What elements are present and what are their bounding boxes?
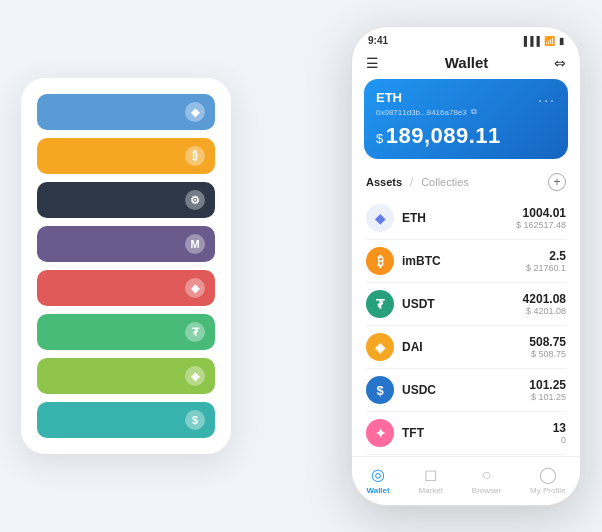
tab-assets[interactable]: Assets: [366, 176, 402, 188]
phone-header: ☰ Wallet ⇔: [352, 50, 580, 79]
nav-icon-wallet: ◎: [371, 465, 385, 484]
nav-label-my-profile: My Profile: [530, 486, 566, 495]
asset-name: USDT: [402, 297, 435, 311]
asset-name: imBTC: [402, 254, 441, 268]
eth-address: 0x08711d3b...8416a78e3 ⧉: [376, 107, 556, 117]
asset-left: ◆ETH: [366, 204, 426, 232]
card-item[interactable]: M: [37, 226, 215, 262]
asset-left: ◈DAI: [366, 333, 423, 361]
card-stack: ◆₿⚙M◆₮◈$: [21, 78, 231, 454]
card-item-icon: M: [185, 234, 205, 254]
card-item[interactable]: $: [37, 402, 215, 438]
card-item-icon: ₮: [185, 322, 205, 342]
asset-name: TFT: [402, 426, 424, 440]
asset-item[interactable]: ◆ETH1004.01$ 162517.48: [366, 197, 566, 240]
nav-icon-market: ◻: [424, 465, 437, 484]
asset-amount: 101.25: [529, 378, 566, 392]
eth-card-label: ETH: [376, 90, 402, 105]
status-time: 9:41: [368, 35, 388, 46]
asset-usd: $ 4201.08: [523, 306, 566, 316]
add-asset-btn[interactable]: +: [548, 173, 566, 191]
assets-header: Assets / Collecties +: [352, 169, 580, 197]
asset-icon: ◈: [366, 333, 394, 361]
eth-balance: $189,089.11: [376, 123, 556, 149]
asset-right: 508.75$ 508.75: [529, 335, 566, 359]
asset-icon: ₮: [366, 290, 394, 318]
card-item[interactable]: ₮: [37, 314, 215, 350]
asset-usd: 0: [553, 435, 566, 445]
asset-right: 130: [553, 421, 566, 445]
asset-usd: $ 101.25: [529, 392, 566, 402]
card-item[interactable]: ◈: [37, 358, 215, 394]
card-item[interactable]: ⚙: [37, 182, 215, 218]
card-item-icon: $: [185, 410, 205, 430]
asset-icon: ✦: [366, 419, 394, 447]
asset-name: DAI: [402, 340, 423, 354]
asset-right: 1004.01$ 162517.48: [516, 206, 566, 230]
asset-usd: $ 162517.48: [516, 220, 566, 230]
nav-item-wallet[interactable]: ◎Wallet: [366, 465, 389, 495]
nav-label-browser: Browser: [472, 486, 501, 495]
copy-icon[interactable]: ⧉: [471, 107, 477, 117]
battery-icon: ▮: [559, 36, 564, 46]
asset-item[interactable]: ₮USDT4201.08$ 4201.08: [366, 283, 566, 326]
asset-left: ₿imBTC: [366, 247, 441, 275]
eth-card[interactable]: ETH ... 0x08711d3b...8416a78e3 ⧉ $189,08…: [364, 79, 568, 159]
asset-right: 101.25$ 101.25: [529, 378, 566, 402]
asset-icon: ◆: [366, 204, 394, 232]
asset-amount: 13: [553, 421, 566, 435]
asset-item[interactable]: ◈DAI508.75$ 508.75: [366, 326, 566, 369]
asset-usd: $ 21760.1: [526, 263, 566, 273]
card-item[interactable]: ◆: [37, 270, 215, 306]
nav-icon-my-profile: ◯: [539, 465, 557, 484]
signal-icon: ▐▐▐: [521, 36, 540, 46]
asset-left: ₮USDT: [366, 290, 435, 318]
asset-left: ✦TFT: [366, 419, 424, 447]
card-item-icon: ⚙: [185, 190, 205, 210]
bottom-nav: ◎Wallet◻Market○Browser◯My Profile: [352, 456, 580, 505]
card-item[interactable]: ₿: [37, 138, 215, 174]
asset-name: USDC: [402, 383, 436, 397]
asset-item[interactable]: $USDC101.25$ 101.25: [366, 369, 566, 412]
nav-item-my-profile[interactable]: ◯My Profile: [530, 465, 566, 495]
wifi-icon: 📶: [544, 36, 555, 46]
asset-left: $USDC: [366, 376, 436, 404]
asset-right: 4201.08$ 4201.08: [523, 292, 566, 316]
asset-amount: 2.5: [526, 249, 566, 263]
nav-item-market[interactable]: ◻Market: [419, 465, 443, 495]
card-item[interactable]: ◆: [37, 94, 215, 130]
tab-divider: /: [410, 176, 413, 188]
card-item-icon: ◆: [185, 278, 205, 298]
scene: ◆₿⚙M◆₮◈$ 9:41 ▐▐▐ 📶 ▮ ☰ Wallet ⇔ ETH ...…: [21, 16, 581, 516]
asset-amount: 1004.01: [516, 206, 566, 220]
asset-icon: $: [366, 376, 394, 404]
scan-icon[interactable]: ⇔: [554, 55, 566, 71]
asset-amount: 4201.08: [523, 292, 566, 306]
menu-icon[interactable]: ☰: [366, 55, 379, 71]
tab-collecties[interactable]: Collecties: [421, 176, 469, 188]
phone: 9:41 ▐▐▐ 📶 ▮ ☰ Wallet ⇔ ETH ... 0x08711d…: [351, 26, 581, 506]
asset-right: 2.5$ 21760.1: [526, 249, 566, 273]
asset-usd: $ 508.75: [529, 349, 566, 359]
card-item-icon: ◈: [185, 366, 205, 386]
asset-name: ETH: [402, 211, 426, 225]
asset-list: ◆ETH1004.01$ 162517.48₿imBTC2.5$ 21760.1…: [352, 197, 580, 456]
status-bar: 9:41 ▐▐▐ 📶 ▮: [352, 27, 580, 50]
asset-icon: ₿: [366, 247, 394, 275]
card-item-icon: ◆: [185, 102, 205, 122]
card-item-icon: ₿: [185, 146, 205, 166]
assets-tabs: Assets / Collecties: [366, 176, 469, 188]
asset-item[interactable]: ✦TFT130: [366, 412, 566, 455]
nav-label-wallet: Wallet: [366, 486, 389, 495]
page-title: Wallet: [445, 54, 489, 71]
nav-item-browser[interactable]: ○Browser: [472, 466, 501, 495]
nav-icon-browser: ○: [482, 466, 492, 484]
asset-amount: 508.75: [529, 335, 566, 349]
asset-item[interactable]: ₿imBTC2.5$ 21760.1: [366, 240, 566, 283]
nav-label-market: Market: [419, 486, 443, 495]
status-icons: ▐▐▐ 📶 ▮: [521, 36, 564, 46]
balance-prefix: $: [376, 131, 384, 146]
eth-more-btn[interactable]: ...: [538, 89, 556, 105]
